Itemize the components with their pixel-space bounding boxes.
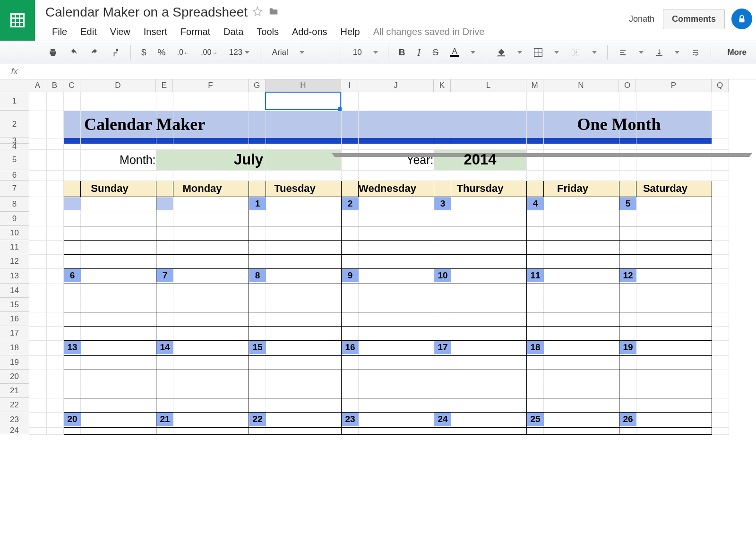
cell-O9[interactable] xyxy=(619,212,636,226)
cell-D20[interactable] xyxy=(80,370,156,384)
cell-B2[interactable] xyxy=(46,111,63,138)
cell-O5[interactable] xyxy=(619,149,636,170)
cell-B6[interactable] xyxy=(46,170,63,181)
cell-A20[interactable] xyxy=(29,370,46,384)
cell-H11[interactable] xyxy=(266,240,341,254)
cell-C16[interactable] xyxy=(63,312,80,326)
cell-P18[interactable] xyxy=(636,340,712,355)
cell-C6[interactable] xyxy=(63,170,80,181)
cell-F18[interactable] xyxy=(173,340,249,355)
italic-button[interactable]: I xyxy=(413,45,425,60)
cell-A22[interactable] xyxy=(29,398,46,412)
cell-L9[interactable] xyxy=(451,212,526,226)
cell-K10[interactable] xyxy=(434,226,451,240)
cell-A9[interactable] xyxy=(29,212,46,226)
toolbar-more-button[interactable]: More xyxy=(722,48,751,57)
cell-N3[interactable] xyxy=(543,138,619,144)
row-header-6[interactable]: 6 xyxy=(0,170,29,181)
cell-E11[interactable] xyxy=(156,240,173,254)
cell-M16[interactable] xyxy=(526,312,543,326)
cell-F24[interactable] xyxy=(173,427,249,434)
cell-M17[interactable] xyxy=(526,326,543,340)
cell-M10[interactable] xyxy=(526,226,543,240)
cell-F23[interactable] xyxy=(173,412,249,427)
cell-P10[interactable] xyxy=(636,226,712,240)
cell-M11[interactable] xyxy=(526,240,543,254)
cell-M12[interactable] xyxy=(526,254,543,268)
cell-Q19[interactable] xyxy=(712,355,729,370)
share-button[interactable] xyxy=(731,9,752,29)
cell-Q4[interactable] xyxy=(712,144,729,149)
cell-E3[interactable] xyxy=(156,138,173,144)
cell-A15[interactable] xyxy=(29,298,46,312)
cell-P15[interactable] xyxy=(636,298,712,312)
cell-F4[interactable] xyxy=(173,144,249,149)
row-header-16[interactable]: 16 xyxy=(0,312,29,326)
cell-G1[interactable] xyxy=(249,92,266,111)
cell-O17[interactable] xyxy=(619,326,636,340)
cell-N6[interactable] xyxy=(543,170,619,181)
paint-format-button[interactable] xyxy=(107,45,124,60)
cell-I17[interactable] xyxy=(341,326,358,340)
cell-N16[interactable] xyxy=(543,312,619,326)
cell-O4[interactable] xyxy=(619,144,636,149)
cell-L4[interactable] xyxy=(451,144,526,149)
cell-P17[interactable] xyxy=(636,326,712,340)
cell-P11[interactable] xyxy=(636,240,712,254)
text-color-caret[interactable] xyxy=(467,45,479,60)
currency-button[interactable]: $ xyxy=(137,45,150,60)
cell-O20[interactable] xyxy=(619,370,636,384)
cell-L2[interactable] xyxy=(451,111,526,138)
cell-L3[interactable] xyxy=(451,138,526,144)
cell-B17[interactable] xyxy=(46,326,63,340)
cell-E4[interactable] xyxy=(156,144,173,149)
comments-button[interactable]: Comments xyxy=(663,9,725,29)
cell-J8[interactable] xyxy=(358,197,434,212)
cell-L19[interactable] xyxy=(451,355,526,370)
fill-color-caret[interactable] xyxy=(514,45,526,60)
cell-K16[interactable] xyxy=(434,312,451,326)
cell-H21[interactable] xyxy=(266,384,341,398)
menu-edit[interactable]: Edit xyxy=(74,24,103,40)
cell-H4[interactable] xyxy=(266,144,341,149)
cell-B14[interactable] xyxy=(46,284,63,298)
cell-D11[interactable] xyxy=(80,240,156,254)
cell-C21[interactable] xyxy=(63,384,80,398)
cell-O19[interactable] xyxy=(619,355,636,370)
cell-C17[interactable] xyxy=(63,326,80,340)
cell-L18[interactable] xyxy=(451,340,526,355)
cell-P22[interactable] xyxy=(636,398,712,412)
cell-H22[interactable] xyxy=(266,398,341,412)
cell-J4[interactable] xyxy=(358,144,434,149)
cell-A18[interactable] xyxy=(29,340,46,355)
cell-D23[interactable] xyxy=(80,412,156,427)
menu-data[interactable]: Data xyxy=(217,24,250,40)
column-header-K[interactable]: K xyxy=(434,79,451,92)
cell-P12[interactable] xyxy=(636,254,712,268)
cell-A19[interactable] xyxy=(29,355,46,370)
cell-H19[interactable] xyxy=(266,355,341,370)
star-icon[interactable] xyxy=(252,6,263,18)
cell-I2[interactable] xyxy=(341,111,358,138)
cell-N9[interactable] xyxy=(543,212,619,226)
cell-G3[interactable] xyxy=(249,138,266,144)
fill-color-button[interactable] xyxy=(493,45,510,60)
cell-I12[interactable] xyxy=(341,254,358,268)
cell-A10[interactable] xyxy=(29,226,46,240)
cell-M6[interactable] xyxy=(526,170,543,181)
merge-caret[interactable] xyxy=(588,45,601,60)
cell-P16[interactable] xyxy=(636,312,712,326)
cell-J3[interactable] xyxy=(358,138,434,144)
cell-O15[interactable] xyxy=(619,298,636,312)
row-header-17[interactable]: 17 xyxy=(0,326,29,340)
cell-E10[interactable] xyxy=(156,226,173,240)
cell-P5[interactable] xyxy=(636,149,712,170)
row-header-19[interactable]: 19 xyxy=(0,355,29,370)
menu-insert[interactable]: Insert xyxy=(137,24,174,40)
row-header-14[interactable]: 14 xyxy=(0,284,29,298)
cell-O22[interactable] xyxy=(619,398,636,412)
cell-N17[interactable] xyxy=(543,326,619,340)
cell-O6[interactable] xyxy=(619,170,636,181)
cell-E17[interactable] xyxy=(156,326,173,340)
cell-K24[interactable] xyxy=(434,427,451,434)
